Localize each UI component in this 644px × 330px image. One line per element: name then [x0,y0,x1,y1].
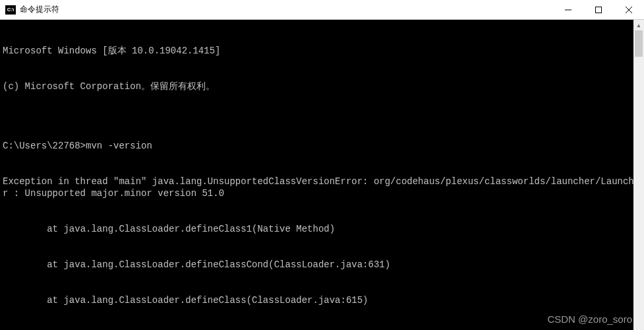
terminal-line: Microsoft Windows [版本 10.0.19042.1415] [3,45,641,57]
terminal-prompt-line: C:\Users\22768>mvn -version [3,140,641,152]
window-titlebar: C:\ 命令提示符 [0,0,644,20]
cmd-icon: C:\ [5,5,16,15]
terminal-line: at java.lang.ClassLoader.defineClass(Cla… [3,294,641,306]
terminal-line: at java.lang.ClassLoader.defineClassCond… [3,259,641,271]
close-button[interactable] [614,0,644,20]
vertical-scrollbar[interactable]: ▲ [633,20,644,330]
svg-rect-1 [596,7,602,13]
terminal-line: at java.lang.ClassLoader.defineClass1(Na… [3,223,641,235]
maximize-button[interactable] [583,0,614,20]
terminal-output[interactable]: Microsoft Windows [版本 10.0.19042.1415] (… [0,20,644,330]
minimize-button[interactable] [553,0,583,20]
window-controls [553,0,644,20]
scroll-up-arrow-icon[interactable]: ▲ [633,20,644,30]
scrollbar-thumb[interactable] [635,30,643,57]
terminal-line: (c) Microsoft Corporation。保留所有权利。 [3,81,641,92]
terminal-line: Exception in thread "main" java.lang.Uns… [3,176,641,199]
watermark-text: CSDN @zoro_soro [547,314,632,325]
window-title: 命令提示符 [20,4,59,15]
